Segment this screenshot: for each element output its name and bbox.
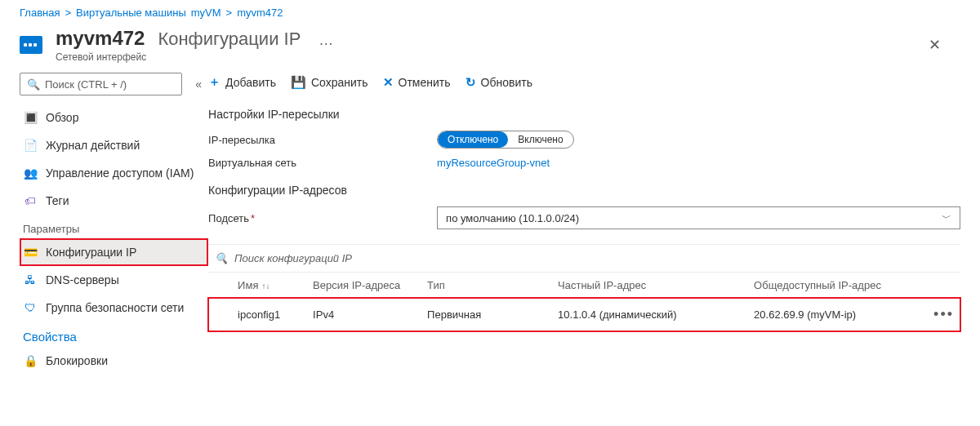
sidebar-section-properties: Свойства xyxy=(23,330,208,344)
refresh-icon: ↻ xyxy=(466,75,476,90)
sidebar: 🔍 Поиск (CTRL + /) « 🔳 Обзор 📄 Журнал де… xyxy=(0,68,208,375)
add-button[interactable]: ＋ Добавить xyxy=(208,74,276,90)
sidebar-item-label: Управление доступом (IAM) xyxy=(46,166,194,180)
resource-name: myvm472 xyxy=(56,27,145,50)
cell-private-ip: 10.1.0.4 (динамический) xyxy=(558,308,754,321)
subnet-label: Подсеть* xyxy=(208,212,437,224)
breadcrumb: Главная > Виртуальные машины myVM > myvm… xyxy=(0,0,980,24)
toggle-off[interactable]: Отключено xyxy=(438,131,508,148)
vnet-link[interactable]: myResourceGroup-vnet xyxy=(437,157,550,169)
main-content: ＋ Добавить 💾 Сохранить ✕ Отменить ↻ Обно… xyxy=(208,68,980,375)
sidebar-item-label: Конфигурации IP xyxy=(46,246,136,259)
breadcrumb-sep: > xyxy=(65,7,71,19)
col-type[interactable]: Тип xyxy=(427,279,558,291)
vnet-label: Виртуальная сеть xyxy=(208,157,437,169)
toolbar: ＋ Добавить 💾 Сохранить ✕ Отменить ↻ Обно… xyxy=(208,68,960,101)
dns-icon: 🖧 xyxy=(23,273,38,287)
sort-icon: ↑↓ xyxy=(261,282,270,291)
col-private-ip[interactable]: Частный IP-адрес xyxy=(558,279,754,291)
save-button[interactable]: 💾 Сохранить xyxy=(291,75,368,90)
ipconfig-table: 🔍 Поиск конфигураций IP Имя↑↓ Версия IP-… xyxy=(208,244,960,331)
overview-icon: 🔳 xyxy=(23,110,38,125)
col-name[interactable]: Имя↑↓ xyxy=(215,279,313,291)
sidebar-item-activity-log[interactable]: 📄 Журнал действий xyxy=(20,131,208,159)
ip-forwarding-section-title: Настройки IP-пересылки xyxy=(208,108,960,121)
resource-type: Сетевой интерфейс xyxy=(56,51,338,63)
ipconfig-filter-input[interactable]: 🔍 Поиск конфигураций IP xyxy=(208,245,960,273)
sidebar-item-iam[interactable]: 👥 Управление доступом (IAM) xyxy=(20,159,208,187)
subnet-select[interactable]: по умолчанию (10.1.0.0/24) ﹀ xyxy=(437,206,960,229)
chevron-down-icon: ﹀ xyxy=(942,211,951,225)
sidebar-item-label: Блокировки xyxy=(46,354,108,367)
close-button[interactable]: ✕ xyxy=(924,31,960,59)
sidebar-item-label: Журнал действий xyxy=(46,139,140,152)
lock-icon: 🔒 xyxy=(23,353,38,368)
col-version[interactable]: Версия IP-адреса xyxy=(313,279,427,291)
search-icon: 🔍 xyxy=(27,78,40,91)
blade-title: Конфигурации IP xyxy=(158,29,301,50)
toggle-on[interactable]: Включено xyxy=(508,131,572,148)
table-row[interactable]: ipconfig1 IPv4 Первичная 10.1.0.4 (динам… xyxy=(208,298,960,331)
toolbar-label: Обновить xyxy=(481,76,532,89)
toolbar-label: Отменить xyxy=(399,76,451,89)
breadcrumb-vms[interactable]: Виртуальные машины xyxy=(76,7,186,19)
activity-log-icon: 📄 xyxy=(23,138,38,153)
iam-icon: 👥 xyxy=(23,166,38,180)
refresh-button[interactable]: ↻ Обновить xyxy=(466,75,532,90)
cell-name: ipconfig1 xyxy=(215,308,313,321)
table-header: Имя↑↓ Версия IP-адреса Тип Частный IP-ад… xyxy=(208,273,960,298)
search-icon: 🔍 xyxy=(215,252,228,264)
ipconfig-filter-placeholder: Поиск конфигураций IP xyxy=(234,252,352,264)
toolbar-label: Добавить xyxy=(225,76,276,89)
breadcrumb-sep: > xyxy=(226,7,233,19)
save-icon: 💾 xyxy=(291,75,306,90)
discard-icon: ✕ xyxy=(383,75,394,90)
ip-forwarding-toggle[interactable]: Отключено Включено xyxy=(437,131,574,149)
sidebar-item-overview[interactable]: 🔳 Обзор xyxy=(20,104,208,131)
sidebar-item-label: Группа безопасности сети xyxy=(46,301,184,314)
sidebar-search-input[interactable]: 🔍 Поиск (CTRL + /) xyxy=(20,73,182,95)
collapse-sidebar-button[interactable]: « xyxy=(189,74,208,94)
shield-icon: 🛡 xyxy=(23,300,38,315)
cell-public-ip: 20.62.69.9 (myVM-ip) xyxy=(754,308,933,321)
tags-icon: 🏷 xyxy=(23,193,38,208)
breadcrumb-home[interactable]: Главная xyxy=(20,7,60,19)
sidebar-item-tags[interactable]: 🏷 Теги xyxy=(20,187,208,215)
nic-resource-icon xyxy=(20,36,42,54)
blade-header: myvm472 Конфигурации IP … Сетевой интерф… xyxy=(0,24,980,63)
sidebar-item-label: Обзор xyxy=(46,111,78,124)
sidebar-item-label: DNS-серверы xyxy=(46,273,119,286)
cell-type: Первичная xyxy=(427,308,558,321)
row-more-button[interactable]: ••• xyxy=(933,306,954,322)
discard-button[interactable]: ✕ Отменить xyxy=(383,75,451,90)
sidebar-item-locks[interactable]: 🔒 Блокировки xyxy=(20,347,208,375)
sidebar-item-label: Теги xyxy=(46,194,69,207)
sidebar-item-dns-servers[interactable]: 🖧 DNS-серверы xyxy=(20,266,208,294)
sidebar-item-ip-configurations[interactable]: 💳 Конфигурации IP xyxy=(20,238,208,266)
ip-forwarding-label: IP-пересылка xyxy=(208,134,437,146)
col-public-ip[interactable]: Общедоступный IP-адрес xyxy=(754,279,933,291)
toolbar-label: Сохранить xyxy=(311,76,368,89)
plus-icon: ＋ xyxy=(208,74,220,90)
subnet-value: по умолчанию (10.1.0.0/24) xyxy=(446,212,579,224)
header-more-button[interactable]: … xyxy=(314,32,338,49)
sidebar-section-parameters: Параметры xyxy=(23,223,208,235)
ipconfig-icon: 💳 xyxy=(23,245,38,260)
ip-addresses-section-title: Конфигурации IP-адресов xyxy=(208,184,960,197)
sidebar-search-placeholder: Поиск (CTRL + /) xyxy=(45,78,127,91)
breadcrumb-nic[interactable]: myvm472 xyxy=(237,7,283,19)
breadcrumb-vm[interactable]: myVM xyxy=(191,7,221,19)
sidebar-item-nsg[interactable]: 🛡 Группа безопасности сети xyxy=(20,294,208,322)
cell-version: IPv4 xyxy=(313,308,427,321)
